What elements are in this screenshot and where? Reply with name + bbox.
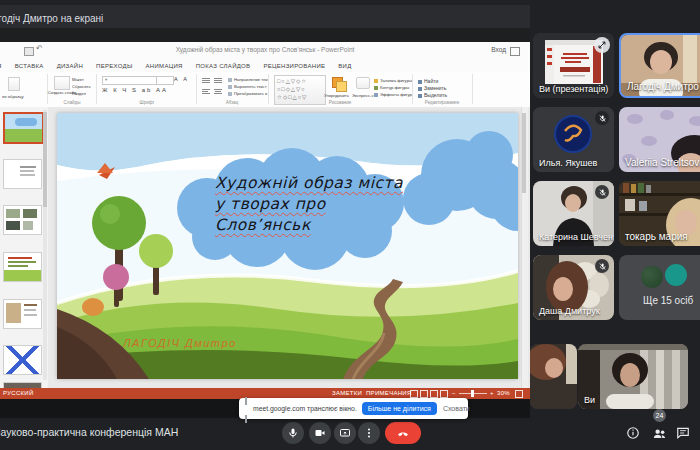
tile-kateryna[interactable]: Катерина Шевченко [533,181,614,246]
sign-in-link[interactable]: Вход [491,46,506,53]
grow-shrink-font-icons[interactable]: А А [174,76,189,82]
slide-title-line1: Художній образ міста [215,173,475,194]
language-indicator[interactable]: РУССКИЙ [3,390,34,396]
powerpoint-window: ↶ Художній образ міста у творах про Слов… [0,42,530,399]
participants-button[interactable] [650,424,668,442]
zoom-slider-knob[interactable] [471,390,474,397]
replace-button[interactable]: Заменить [418,85,466,91]
slideshow-view-icon[interactable] [440,390,448,398]
tab-transitions[interactable]: ПЕРЕХОДЫ [96,63,132,69]
comments-toggle[interactable]: ПРИМЕЧАНИЯ [366,390,412,396]
font-format-buttons[interactable]: Ж К Ч S ab АА [102,87,168,93]
people-icon [652,426,667,441]
slide-thumbnail-4[interactable] [3,252,42,282]
ppt-work-area: Художній образ міста у творах про Слов’я… [0,107,530,388]
meeting-details-button[interactable] [624,424,642,442]
end-call-button[interactable] [385,422,421,444]
tab-view[interactable]: ВИД [338,63,351,69]
sharing-text: meet.google.com транслює вікно. [253,405,357,412]
section-button[interactable]: Раздел [72,91,86,96]
mic-button[interactable] [282,422,304,444]
slide-thumbnail-2[interactable] [3,159,42,189]
slide-title-line2: у творах про [215,194,475,215]
chat-button[interactable] [674,424,692,442]
tab-insert[interactable]: ВСТАВКА [15,63,44,69]
reading-view-icon[interactable] [430,390,438,398]
tile-lagodich-dmytro[interactable]: Лагодіч Дмитро [619,33,700,98]
tile-label: токарь мария [625,231,688,242]
arrange-button[interactable]: Упорядочить [324,93,352,98]
select-button[interactable]: Выделить [418,92,466,98]
zoom-out-button[interactable]: − [452,390,456,396]
tab-review[interactable]: РЕЦЕНЗИРОВАНИЕ [263,63,325,69]
tile-label: Ви [584,395,595,405]
slide-scrollbar-thumb[interactable] [522,113,526,193]
thumbnail-scrollbar-thumb[interactable] [43,112,47,207]
align-center-icon[interactable] [214,88,222,95]
bullets-icon[interactable] [202,77,210,84]
smartart-button[interactable]: Преобразовать в SmartArt [228,91,268,96]
present-button[interactable] [334,422,356,444]
reset-button[interactable]: Сбросить [72,84,91,89]
more-options-button[interactable] [358,422,380,444]
font-size-select[interactable] [156,76,174,85]
mic-muted-badge [595,111,609,125]
find-button[interactable]: Найти [418,78,466,84]
format-painter-label[interactable]: по образцу [2,94,46,99]
tile-more-people[interactable]: Ще 15 осіб [619,255,700,320]
slide-thumbnail-3[interactable] [3,205,42,235]
tab-home[interactable]: ГЛАВНАЯ [0,63,2,69]
tab-slideshow[interactable]: ПОКАЗ СЛАЙДОВ [196,63,251,69]
align-text-button[interactable]: Выровнять текст [228,84,268,89]
expand-tile-button[interactable] [594,37,610,53]
normal-view-icon[interactable] [410,390,418,398]
slide-thumbnail-1[interactable] [3,112,44,144]
quick-styles-icon[interactable] [356,77,370,89]
tile-label: Ви (презентація) [539,84,608,94]
shape-effects-button[interactable]: Эффекты фигуры [374,92,412,97]
tab-design[interactable]: ДИЗАЙН [57,63,83,69]
slide-thumbnail-6[interactable] [3,345,42,375]
present-screen-icon [339,427,351,439]
fit-to-window-icon[interactable] [515,390,523,398]
participant-video [530,344,577,409]
tab-animation[interactable]: АНИМАЦИЯ [146,63,183,69]
window-restore-icon[interactable] [510,47,520,56]
share-area-gap [0,28,530,42]
drawing-group-label: Рисование [310,100,370,105]
format-painter-icon[interactable] [8,77,20,91]
tile-dasha-dmytruk[interactable]: Даша Дмитрук [533,255,614,320]
mic-muted-badge [595,185,609,199]
tile-you-presentation[interactable]: Ви (презентація) [533,33,614,98]
shape-fill-button[interactable]: Заливка фигуры [374,78,412,83]
slide-thumbnail-5[interactable] [3,299,42,329]
font-group-label: Шрифт [118,100,176,105]
zoom-level[interactable]: 30% [497,390,510,396]
tile-partial[interactable] [530,344,577,409]
layout-button[interactable]: Макет [72,77,84,82]
zoom-in-button[interactable]: + [490,390,494,396]
tile-ilya-yakushev[interactable]: Илья. Якушев [533,107,614,172]
ribbon: по образцу Создать слайд Макет Сбросить … [0,72,530,109]
font-family-select[interactable]: ▾ [102,76,158,85]
expand-icon [597,40,607,50]
group-separator [196,74,197,104]
stop-sharing-button[interactable]: Більше не ділитися [362,402,437,415]
end-call-icon [396,426,410,440]
align-left-icon[interactable] [202,88,210,95]
text-direction-button[interactable]: Направление текста [228,77,268,82]
slide-thumbnail-panel [0,107,48,388]
tile-you-camera[interactable]: Ви [578,344,688,409]
notes-toggle[interactable]: ЗАМЕТКИ [332,390,362,396]
group-separator [96,74,97,104]
shape-outline-button[interactable]: Контур фигуры [374,85,412,90]
sorter-view-icon[interactable] [420,390,428,398]
quick-styles-button[interactable]: Экспресс-стили [352,93,374,98]
tile-tokar-maria[interactable]: токарь мария [619,181,700,246]
camera-button[interactable] [309,422,331,444]
numbering-icon[interactable] [214,77,222,84]
hide-notification-button[interactable]: Сховати [443,405,470,412]
new-slide-icon[interactable] [54,76,70,90]
more-people-label: Ще 15 осіб [643,295,693,306]
tile-valeriia[interactable]: Valeriia Streltsova [619,107,700,172]
